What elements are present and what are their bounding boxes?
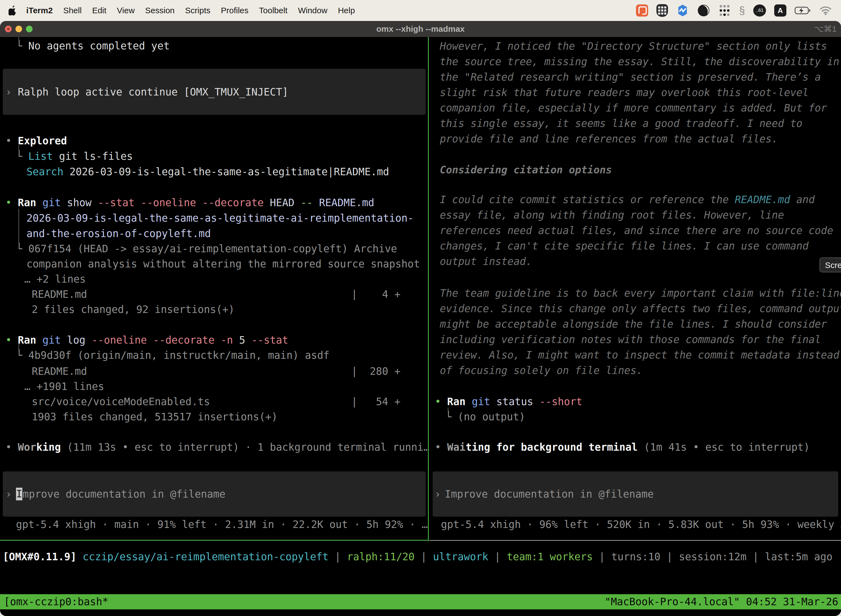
input-source-label: A <box>774 4 786 16</box>
menu-items: iTerm2ShellEditViewSessionScriptsProfile… <box>21 6 360 15</box>
menu-item-view[interactable]: View <box>112 6 140 15</box>
menu-item-scripts[interactable]: Scripts <box>180 6 216 15</box>
thinking-paragraph: references need actual files, and since … <box>440 223 833 238</box>
terminal-pane-right[interactable]: Scre However, I noticed the "Directory S… <box>429 37 841 540</box>
omx-status-line: [OMX#0.11.9] cczip/essay/ai-reimplementa… <box>3 549 832 565</box>
tree-connector <box>19 209 19 244</box>
battery-icon[interactable] <box>795 6 811 15</box>
explored-search: Search 2026-03-09-is-legal-the-same-as-l… <box>26 164 389 179</box>
badge-61-label: ..61 <box>753 4 766 16</box>
command-output: └ (no output) <box>445 409 525 424</box>
menu-item-window[interactable]: Window <box>293 6 333 15</box>
window-shortcut-badge: ⌥⌘1 <box>814 21 837 37</box>
menu-item-toolbelt[interactable]: Toolbelt <box>254 6 293 15</box>
explored-header: • Explored <box>6 133 67 148</box>
thinking-paragraph: The team guideline is to back every impo… <box>440 286 841 301</box>
commit-summary: └ 4b9d30f (origin/main, instructkr/main,… <box>16 348 330 363</box>
input-placeholder: Improve documentation in @filename <box>445 487 653 502</box>
inactive-pane-border <box>429 540 841 541</box>
menu-item-profiles[interactable]: Profiles <box>215 6 253 15</box>
screen-overlay-tooltip[interactable]: Scre <box>819 258 841 273</box>
diffstat-row: README.md | 280 + <box>32 364 401 379</box>
commit-file-line: 2026-03-09-is-legal-the-same-as-legitima… <box>26 211 413 226</box>
dots-grid-icon[interactable] <box>718 4 731 17</box>
tmux-host-clock: "MacBook-Pro-44.local" 04:52 31-Mar-26 <box>605 594 838 609</box>
menu-item-iterm2[interactable]: iTerm2 <box>21 6 58 15</box>
text-cursor[interactable]: I <box>16 488 22 500</box>
agents-status-line: └ No agents completed yet <box>16 38 170 54</box>
menu-item-session[interactable]: Session <box>140 6 180 15</box>
explored-list: └ List git ls-files <box>16 149 133 164</box>
thinking-paragraph: the source tree, missing the essay. Stil… <box>440 54 840 69</box>
thinking-paragraph: review. Also, I might want to inspect th… <box>440 348 840 363</box>
input-placeholder: mprove documentation in @filename <box>23 487 226 502</box>
thinking-paragraph: provide file and line references from th… <box>440 131 778 147</box>
model-status-line: gpt-5.4 xhigh · 96% left · 520K in · 5.8… <box>441 517 841 532</box>
terminal-pane-left[interactable]: I └ No agents completed yet› Ralph loop … <box>0 37 428 540</box>
menu-item-edit[interactable]: Edit <box>87 6 112 15</box>
thinking-paragraph: the "Related research writing" section i… <box>440 70 821 85</box>
window-title-bar[interactable]: omx --xhigh --madmax ⌥⌘1 <box>0 21 841 37</box>
input-prompt-chevron: › <box>6 487 12 502</box>
percent-badge-icon[interactable]: ..61 <box>753 4 766 16</box>
tmux-status-bar: [omx-cczip0:bash* "MacBook-Pro-44.local"… <box>0 594 841 609</box>
thinking-paragraph: companion file, especially if more comme… <box>440 100 827 116</box>
menu-item-help[interactable]: Help <box>333 6 360 15</box>
apple-menu-icon[interactable] <box>7 6 18 15</box>
working-status: • Working (11m 13s • esc to interrupt) ·… <box>6 440 428 455</box>
thinking-paragraph: changes, I can't cite specific file line… <box>440 238 809 254</box>
ralph-loop-prompt: › Ralph loop active continue [OMX_TMUX_I… <box>6 84 288 100</box>
hook-icon[interactable]: § <box>739 4 745 16</box>
thinking-paragraph: evidence. Since this change only affects… <box>440 301 841 316</box>
commit-summary: companion analysis without altering the … <box>26 257 420 271</box>
ran-git-show: • Ran git show --stat --oneline --decora… <box>6 195 374 210</box>
thinking-paragraph: might be acceptable alongside the file l… <box>440 317 827 332</box>
pane-divider[interactable] <box>428 37 429 541</box>
commit-file-line: and-the-erosion-of-copyleft.md <box>26 226 211 241</box>
hex-badge-icon[interactable] <box>676 4 689 17</box>
thinking-paragraph: However, I noticed the "Directory Struct… <box>440 39 827 54</box>
input-source-icon[interactable]: A <box>774 4 786 16</box>
thinking-paragraph: this single essay, it seems like a good … <box>440 116 802 131</box>
messages-icon[interactable] <box>636 4 648 16</box>
model-status-line: gpt-5.4 xhigh · main · 91% left · 2.31M … <box>16 517 428 532</box>
thinking-paragraph: including verification notes with those … <box>440 332 821 347</box>
diffstat-row: README.md | 4 + <box>32 287 401 302</box>
window-title: omx --xhigh --madmax <box>0 21 841 37</box>
thinking-paragraph: slight risk that future readers may over… <box>440 85 809 100</box>
menu-bar: iTerm2ShellEditViewSessionScriptsProfile… <box>0 0 841 21</box>
diffstat-total: 1903 files changed, 513517 insertions(+) <box>32 409 278 424</box>
menu-item-shell[interactable]: Shell <box>58 6 87 15</box>
waiting-status: • Waiting for background terminal (1m 41… <box>435 440 810 455</box>
truncation-note: … +2 lines <box>24 271 86 287</box>
iterm2-window: omx --xhigh --madmax ⌥⌘1 I └ No agents c… <box>0 21 841 616</box>
thinking-paragraph: essay file, along with finding root file… <box>440 208 784 223</box>
thinking-paragraph: of focusing solely on file lines. <box>440 363 643 378</box>
ran-git-log: • Ran git log --oneline --decorate -n 5 … <box>6 333 288 348</box>
truncation-note: … +1901 lines <box>24 379 104 394</box>
ran-git-status: • Ran git status --short <box>435 394 582 409</box>
pie-chart-icon[interactable] <box>697 4 710 17</box>
menu-bar-status-icons: § ..61 A <box>636 4 841 17</box>
thinking-paragraph: I could cite commit statistics or refere… <box>440 192 815 207</box>
diffstat-total: 2 files changed, 92 insertions(+) <box>32 302 234 317</box>
commit-summary: └ 067f154 (HEAD -> essay/ai-reimplementa… <box>16 241 397 257</box>
thinking-paragraph: output instead. <box>440 254 532 269</box>
wifi-icon[interactable] <box>819 6 832 15</box>
tmux-session-label: [omx-cczip0:bash* <box>4 594 108 609</box>
keypad-shield-icon[interactable] <box>656 4 668 17</box>
terminal-area: I └ No agents completed yet› Ralph loop … <box>0 37 841 540</box>
diffstat-row: src/voice/voiceModeEnabled.ts | 54 + <box>32 394 401 409</box>
active-pane-border <box>0 540 428 541</box>
thinking-heading: Considering citation options <box>440 162 612 177</box>
menu-bar-left: iTerm2ShellEditViewSessionScriptsProfile… <box>0 6 360 15</box>
